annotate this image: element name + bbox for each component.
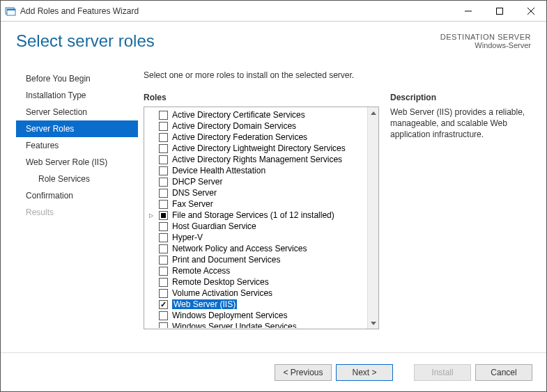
- maximize-button[interactable]: [484, 1, 515, 21]
- role-label: DNS Server: [172, 188, 217, 198]
- role-label: Remote Desktop Services: [172, 277, 269, 287]
- page-title: Select server roles: [16, 31, 440, 70]
- role-row[interactable]: Remote Desktop Services: [152, 276, 365, 288]
- role-row[interactable]: Hyper-V: [152, 232, 365, 243]
- description-text: Web Server (IIS) provides a reliable, ma…: [390, 107, 531, 141]
- role-row[interactable]: DNS Server: [152, 187, 365, 198]
- role-row[interactable]: Active Directory Rights Management Servi…: [152, 154, 365, 165]
- role-checkbox[interactable]: [159, 166, 168, 175]
- sidebar-item: Results: [16, 204, 138, 221]
- header-area: Select server roles DESTINATION SERVER W…: [1, 22, 546, 70]
- role-label: Active Directory Lightweight Directory S…: [172, 143, 346, 153]
- role-row[interactable]: DHCP Server: [152, 176, 365, 187]
- role-checkbox[interactable]: [159, 256, 168, 265]
- role-checkbox[interactable]: [159, 300, 168, 309]
- role-checkbox[interactable]: [159, 289, 168, 298]
- scroll-down-icon[interactable]: [368, 317, 379, 329]
- role-row[interactable]: Windows Deployment Services: [152, 310, 365, 321]
- role-label: Active Directory Domain Services: [172, 121, 296, 131]
- wizard-window: Add Roles and Features Wizard Select ser…: [0, 0, 547, 392]
- role-label: Active Directory Certificate Services: [172, 110, 305, 120]
- install-button: Install: [414, 364, 471, 381]
- role-checkbox[interactable]: [159, 178, 168, 187]
- sidebar: Before You BeginInstallation TypeServer …: [16, 70, 138, 352]
- role-checkbox[interactable]: [159, 267, 168, 276]
- description-label: Description: [390, 93, 531, 102]
- role-row[interactable]: Fax Server: [152, 198, 365, 210]
- sidebar-item[interactable]: Role Services: [16, 171, 138, 187]
- role-row[interactable]: Remote Access: [152, 265, 365, 276]
- previous-button[interactable]: < Previous: [275, 364, 332, 381]
- role-checkbox[interactable]: [159, 222, 168, 231]
- body-area: Before You BeginInstallation TypeServer …: [1, 70, 546, 352]
- svg-marker-7: [371, 111, 376, 115]
- role-checkbox[interactable]: [159, 144, 168, 153]
- svg-rect-2: [7, 9, 15, 10]
- role-checkbox[interactable]: [159, 322, 168, 329]
- role-row[interactable]: Active Directory Federation Services: [152, 132, 365, 143]
- svg-rect-4: [496, 8, 502, 14]
- sidebar-item[interactable]: Confirmation: [16, 187, 138, 204]
- next-button[interactable]: Next >: [336, 364, 393, 381]
- close-button[interactable]: [515, 1, 546, 21]
- scrollbar[interactable]: [367, 107, 378, 329]
- role-label: Active Directory Federation Services: [172, 132, 307, 142]
- role-label: Windows Deployment Services: [172, 311, 287, 320]
- role-row[interactable]: ▷File and Storage Services (1 of 12 inst…: [152, 210, 365, 221]
- sidebar-item[interactable]: Before You Begin: [16, 70, 138, 87]
- role-checkbox[interactable]: [159, 211, 168, 220]
- role-checkbox[interactable]: [159, 200, 168, 209]
- role-checkbox[interactable]: [159, 311, 168, 320]
- role-checkbox[interactable]: [159, 244, 168, 253]
- role-label: Hyper-V: [172, 233, 203, 242]
- sidebar-item[interactable]: Web Server Role (IIS): [16, 154, 138, 171]
- role-row[interactable]: Active Directory Domain Services: [152, 120, 365, 132]
- content: Select server roles DESTINATION SERVER W…: [1, 22, 546, 352]
- role-checkbox[interactable]: [159, 111, 168, 120]
- window-title: Add Roles and Features Wizard: [20, 6, 452, 16]
- description-column: Description Web Server (IIS) provides a …: [390, 93, 531, 352]
- role-label: DHCP Server: [172, 177, 222, 187]
- role-label: Active Directory Rights Management Servi…: [172, 155, 342, 164]
- svg-marker-8: [371, 322, 376, 325]
- role-checkbox[interactable]: [159, 278, 168, 287]
- sidebar-item[interactable]: Features: [16, 137, 138, 154]
- cancel-button[interactable]: Cancel: [475, 364, 532, 381]
- intro-text: Select one or more roles to install on t…: [144, 70, 531, 80]
- role-label: Volume Activation Services: [172, 288, 272, 298]
- roles-scroll[interactable]: Active Directory Certificate ServicesAct…: [145, 108, 367, 328]
- sidebar-item[interactable]: Installation Type: [16, 87, 138, 104]
- role-label: Device Health Attestation: [172, 166, 265, 175]
- role-checkbox[interactable]: [159, 155, 168, 164]
- role-row[interactable]: Windows Server Update Services: [152, 321, 365, 328]
- role-label: Web Server (IIS): [172, 299, 237, 309]
- scroll-up-icon[interactable]: [368, 107, 379, 118]
- expander-icon[interactable]: ▷: [148, 212, 155, 219]
- role-label: Windows Server Update Services: [172, 322, 297, 328]
- app-icon: [5, 6, 16, 17]
- destination-label: DESTINATION SERVER: [440, 33, 531, 41]
- roles-column: Roles Active Directory Certificate Servi…: [144, 93, 379, 352]
- role-checkbox[interactable]: [159, 189, 168, 198]
- role-label: Remote Access: [172, 266, 230, 276]
- sidebar-item[interactable]: Server Roles: [16, 120, 138, 137]
- sidebar-item[interactable]: Server Selection: [16, 104, 138, 120]
- role-row[interactable]: Active Directory Certificate Services: [152, 109, 365, 120]
- role-row[interactable]: Host Guardian Service: [152, 221, 365, 232]
- role-label: File and Storage Services (1 of 12 insta…: [172, 210, 334, 220]
- role-checkbox[interactable]: [159, 122, 168, 131]
- role-label: Print and Document Services: [172, 255, 280, 265]
- destination-value: Windows-Server: [440, 41, 531, 49]
- role-row[interactable]: Network Policy and Access Services: [152, 243, 365, 254]
- role-row[interactable]: Print and Document Services: [152, 254, 365, 265]
- role-checkbox[interactable]: [159, 133, 168, 142]
- role-row[interactable]: Device Health Attestation: [152, 165, 365, 176]
- role-checkbox[interactable]: [159, 233, 168, 242]
- minimize-button[interactable]: [452, 1, 484, 21]
- role-row[interactable]: Volume Activation Services: [152, 288, 365, 299]
- role-row[interactable]: Web Server (IIS): [152, 299, 365, 310]
- footer: < Previous Next > Install Cancel: [1, 352, 546, 391]
- role-label: Fax Server: [172, 199, 213, 209]
- window-buttons: [452, 1, 546, 21]
- role-row[interactable]: Active Directory Lightweight Directory S…: [152, 143, 365, 154]
